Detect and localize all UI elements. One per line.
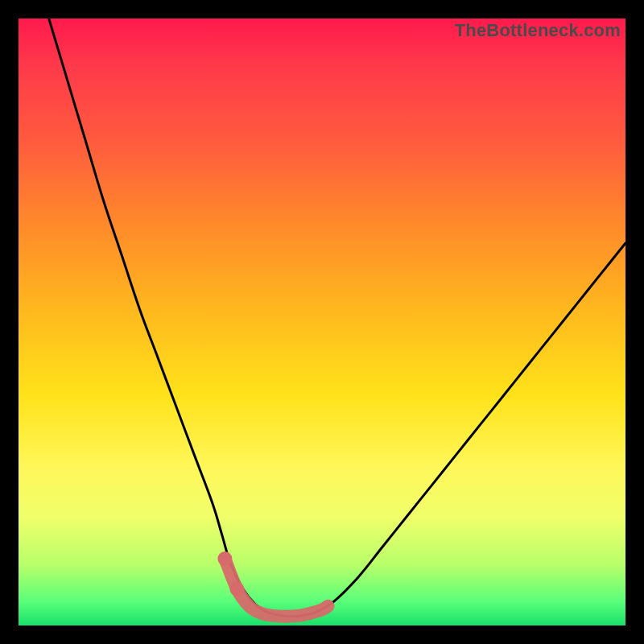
plot-area: TheBottleneck.com (19, 19, 625, 625)
valley-marker-dot (217, 551, 232, 566)
curve-path (49, 19, 625, 617)
valley-markers (217, 551, 328, 617)
chart-frame: TheBottleneck.com (0, 0, 644, 644)
valley-marker-dot (229, 582, 244, 597)
bottleneck-curve (19, 19, 625, 625)
